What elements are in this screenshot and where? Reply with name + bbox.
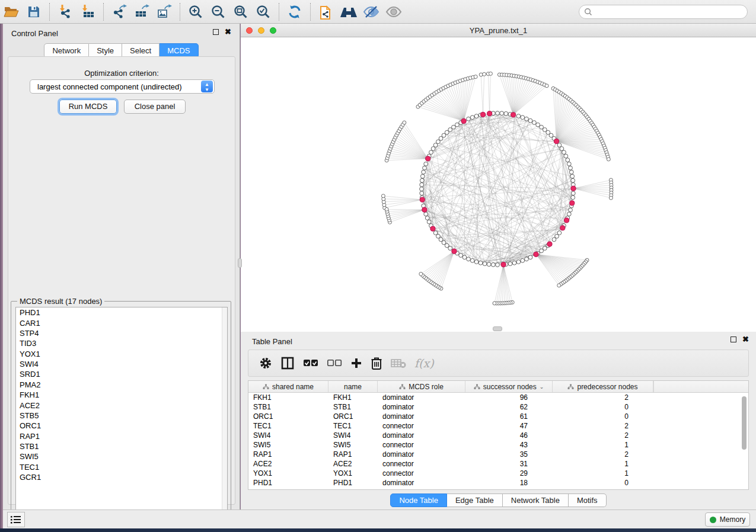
mcds-node[interactable] — [461, 118, 466, 123]
table-scrollbar-thumb[interactable] — [742, 396, 747, 450]
mcds-node[interactable] — [430, 226, 435, 231]
ring-node[interactable] — [567, 162, 571, 166]
zoom-selected-icon[interactable] — [253, 2, 273, 21]
ring-node[interactable] — [521, 116, 525, 120]
ring-node[interactable] — [567, 212, 571, 216]
task-history-button[interactable] — [7, 512, 25, 527]
tab-edge-table[interactable]: Edge Table — [447, 493, 503, 507]
ring-node[interactable] — [525, 257, 529, 261]
ring-node[interactable] — [571, 191, 575, 196]
mcds-node[interactable] — [487, 111, 492, 116]
zoom-fit-icon[interactable] — [231, 2, 251, 21]
ring-node[interactable] — [479, 261, 483, 265]
ring-node[interactable] — [512, 261, 516, 265]
zoom-out-icon[interactable] — [208, 2, 228, 21]
mcds-node[interactable] — [571, 186, 576, 191]
show-hidden-eye-icon[interactable] — [384, 2, 404, 21]
import-network-icon[interactable] — [55, 2, 75, 21]
ring-node[interactable] — [420, 174, 425, 178]
delete-column-trash-icon[interactable] — [371, 354, 382, 372]
unselect-all-columns-icon[interactable] — [327, 354, 342, 372]
ring-node[interactable] — [525, 117, 529, 121]
leaf-node[interactable] — [385, 207, 388, 211]
ring-node[interactable] — [516, 260, 521, 264]
show-column-icon[interactable] — [280, 354, 295, 372]
horizontal-splitter-handle[interactable] — [493, 326, 502, 331]
export-image-icon[interactable] — [154, 2, 174, 21]
table-row[interactable]: PHD1PHD1dominator180 — [248, 478, 748, 488]
ring-node[interactable] — [571, 178, 575, 182]
ring-node[interactable] — [536, 123, 540, 127]
table-row[interactable]: YOX1YOX1connector291 — [248, 469, 748, 478]
close-panel-button[interactable]: Close panel — [124, 100, 186, 114]
result-node-item[interactable]: YOX1 — [16, 349, 227, 359]
mcds-node[interactable] — [570, 201, 575, 206]
table-scrollbar[interactable] — [742, 395, 747, 488]
ring-node[interactable] — [487, 262, 491, 267]
table-row[interactable]: SWI4SWI4dominator462 — [248, 431, 748, 440]
result-node-item[interactable]: ORC1 — [16, 421, 227, 431]
ring-node[interactable] — [427, 220, 431, 224]
ring-node[interactable] — [424, 162, 428, 166]
result-node-item[interactable]: ACE2 — [16, 400, 227, 410]
memory-button[interactable]: Memory — [705, 512, 750, 527]
result-node-item[interactable]: SWI4 — [16, 359, 227, 369]
ring-node[interactable] — [470, 258, 474, 262]
ring-node[interactable] — [425, 216, 429, 220]
hide-selected-eye-slash-icon[interactable] — [361, 2, 381, 21]
result-list-scrollbar[interactable] — [222, 307, 227, 515]
mcds-node[interactable] — [480, 112, 485, 117]
column-header-successor-nodes[interactable]: successor nodes⌄ — [465, 381, 553, 392]
ring-node[interactable] — [429, 150, 433, 155]
ring-node[interactable] — [557, 143, 562, 148]
table-row[interactable]: TEC1TEC1connector472 — [248, 421, 748, 431]
ring-node[interactable] — [569, 170, 573, 174]
ring-node[interactable] — [570, 174, 575, 178]
leaf-node[interactable] — [483, 72, 486, 76]
ring-node[interactable] — [500, 111, 504, 116]
table-row[interactable]: ACE2ACE2connector311 — [248, 459, 748, 469]
ring-node[interactable] — [496, 263, 500, 267]
result-node-item[interactable]: CAR1 — [16, 318, 227, 328]
ring-node[interactable] — [436, 234, 441, 238]
ring-node[interactable] — [467, 257, 471, 261]
leaf-node[interactable] — [403, 121, 406, 124]
ring-node[interactable] — [420, 191, 424, 196]
ring-node[interactable] — [566, 158, 570, 162]
ring-node[interactable] — [420, 187, 424, 191]
ring-node[interactable] — [543, 246, 547, 251]
ring-node[interactable] — [420, 178, 424, 182]
save-session-icon[interactable] — [24, 2, 44, 21]
export-table-icon[interactable] — [132, 2, 152, 21]
leaf-node[interactable] — [557, 284, 561, 287]
leaf-node[interactable] — [607, 158, 610, 161]
close-panel-icon[interactable]: ✖ — [225, 29, 231, 35]
mcds-node[interactable] — [511, 113, 516, 117]
search-input[interactable] — [592, 6, 747, 18]
mcds-result-list[interactable]: PHD1CAR1STP4TID3YOX1SWI4SRD1PMA2FKH1ACE2… — [15, 307, 228, 515]
table-row[interactable]: RAP1RAP1dominator352 — [248, 450, 748, 459]
ring-node[interactable] — [504, 111, 508, 116]
result-node-item[interactable]: STB1 — [16, 441, 227, 451]
leaf-node[interactable] — [419, 272, 423, 275]
leaf-node[interactable] — [489, 72, 492, 75]
ring-node[interactable] — [557, 231, 562, 235]
ring-node[interactable] — [571, 196, 575, 200]
zoom-in-icon[interactable] — [186, 2, 206, 21]
run-mcds-button[interactable]: Run MCDS — [59, 100, 117, 114]
column-header-predecessor-nodes[interactable]: predecessor nodes — [553, 381, 653, 392]
result-node-item[interactable]: SWI5 — [16, 451, 227, 462]
add-column-icon[interactable] — [350, 354, 362, 372]
mcds-node[interactable] — [426, 156, 430, 161]
close-panel-icon[interactable]: ✖ — [742, 336, 749, 342]
ring-node[interactable] — [433, 143, 438, 148]
ring-node[interactable] — [496, 111, 500, 116]
export-network-icon[interactable] — [109, 2, 129, 21]
ring-node[interactable] — [552, 238, 556, 242]
mcds-node[interactable] — [560, 226, 565, 230]
ring-node[interactable] — [532, 121, 537, 125]
table-row[interactable]: SWI5SWI5connector431 — [248, 440, 748, 450]
result-node-item[interactable]: STB5 — [16, 411, 227, 421]
ring-node[interactable] — [528, 255, 532, 259]
ring-node[interactable] — [433, 231, 438, 235]
